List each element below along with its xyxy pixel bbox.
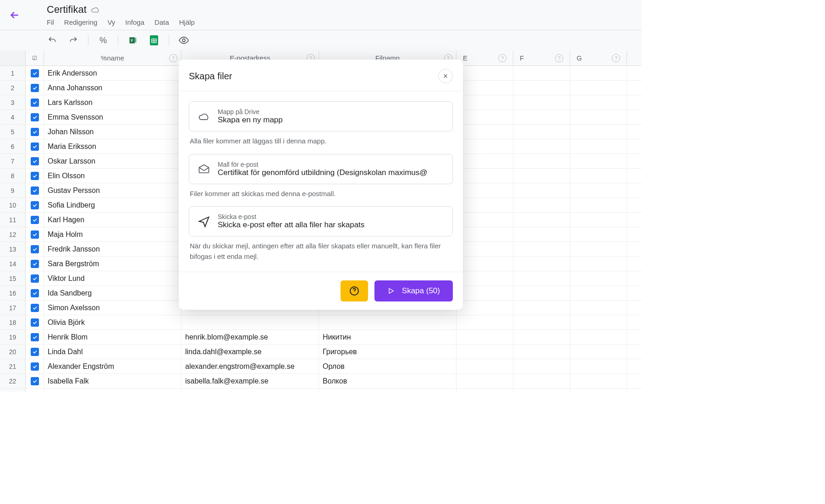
option-label: Mapp på Drive	[218, 108, 444, 115]
option-desc: När du skickar mejl, antingen efter att …	[190, 241, 452, 262]
envelope-icon	[198, 163, 209, 175]
option-value: Certifikat för genomförd utbildning (Des…	[218, 168, 444, 177]
option-desc: Alla filer kommer att läggas till i denn…	[190, 136, 452, 147]
option-value: Skapa en ny mapp	[218, 115, 444, 125]
drive-folder-option[interactable]: Mapp på Drive Skapa en ny mapp	[189, 101, 453, 131]
option-desc: Filer kommer att skickas med denna e-pos…	[190, 189, 452, 199]
email-template-option[interactable]: Mall för e-post Certifikat för genomförd…	[189, 154, 453, 184]
option-label: Skicka e-post	[218, 213, 444, 220]
close-button[interactable]	[438, 69, 453, 83]
modal-backdrop: Skapa filer Mapp på Drive Skapa en ny ma…	[0, 0, 642, 392]
send-email-option[interactable]: Skicka e-post Skicka e-post efter att al…	[189, 206, 453, 236]
play-icon	[387, 287, 395, 295]
create-files-modal: Skapa filer Mapp på Drive Skapa en ny ma…	[179, 60, 463, 310]
help-button[interactable]	[341, 280, 368, 301]
option-value: Skicka e-post efter att alla filer har s…	[218, 220, 444, 230]
create-button[interactable]: Skapa (50)	[374, 280, 453, 301]
modal-title: Skapa filer	[189, 71, 232, 82]
option-label: Mall för e-post	[218, 161, 444, 168]
cloud-icon	[198, 110, 209, 123]
send-icon	[198, 215, 209, 228]
